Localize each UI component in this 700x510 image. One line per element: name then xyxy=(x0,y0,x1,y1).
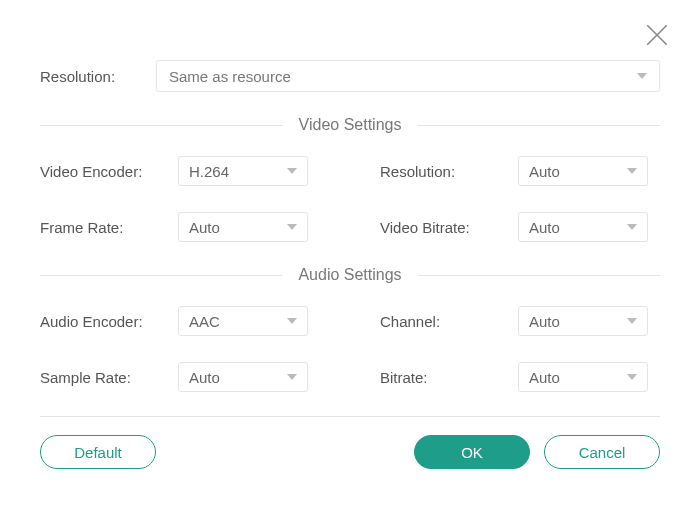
sample-rate-field: Sample Rate: Auto xyxy=(40,362,320,392)
chevron-down-icon xyxy=(627,168,637,174)
audio-bitrate-label: Bitrate: xyxy=(380,369,502,386)
video-section-title: Video Settings xyxy=(283,116,418,134)
video-encoder-label: Video Encoder: xyxy=(40,163,162,180)
chevron-down-icon xyxy=(287,224,297,230)
chevron-down-icon xyxy=(627,224,637,230)
video-resolution-field: Resolution: Auto xyxy=(380,156,660,186)
audio-encoder-select[interactable]: AAC xyxy=(178,306,308,336)
audio-bitrate-select[interactable]: Auto xyxy=(518,362,648,392)
cancel-button[interactable]: Cancel xyxy=(544,435,660,469)
audio-section-header: Audio Settings xyxy=(40,266,660,284)
channel-label: Channel: xyxy=(380,313,502,330)
top-resolution-label: Resolution: xyxy=(40,68,140,85)
sample-rate-value: Auto xyxy=(189,369,220,386)
top-resolution-select[interactable]: Same as resource xyxy=(156,60,660,92)
video-resolution-label: Resolution: xyxy=(380,163,502,180)
video-bitrate-field: Video Bitrate: Auto xyxy=(380,212,660,242)
chevron-down-icon xyxy=(287,374,297,380)
ok-button[interactable]: OK xyxy=(414,435,530,469)
frame-rate-label: Frame Rate: xyxy=(40,219,162,236)
sample-rate-label: Sample Rate: xyxy=(40,369,162,386)
video-bitrate-value: Auto xyxy=(529,219,560,236)
video-encoder-value: H.264 xyxy=(189,163,229,180)
frame-rate-field: Frame Rate: Auto xyxy=(40,212,320,242)
video-settings-grid: Video Encoder: H.264 Resolution: Auto Fr… xyxy=(40,156,660,242)
channel-value: Auto xyxy=(529,313,560,330)
audio-bitrate-field: Bitrate: Auto xyxy=(380,362,660,392)
chevron-down-icon xyxy=(627,374,637,380)
chevron-down-icon xyxy=(627,318,637,324)
divider-line xyxy=(417,125,660,126)
video-section-header: Video Settings xyxy=(40,116,660,134)
default-button[interactable]: Default xyxy=(40,435,156,469)
video-bitrate-select[interactable]: Auto xyxy=(518,212,648,242)
chevron-down-icon xyxy=(287,318,297,324)
top-resolution-value: Same as resource xyxy=(169,68,291,85)
audio-section-title: Audio Settings xyxy=(282,266,417,284)
video-resolution-value: Auto xyxy=(529,163,560,180)
video-resolution-select[interactable]: Auto xyxy=(518,156,648,186)
close-button[interactable] xyxy=(644,22,670,48)
audio-bitrate-value: Auto xyxy=(529,369,560,386)
settings-dialog: Resolution: Same as resource Video Setti… xyxy=(0,0,700,489)
audio-encoder-field: Audio Encoder: AAC xyxy=(40,306,320,336)
frame-rate-value: Auto xyxy=(189,219,220,236)
footer-divider xyxy=(40,416,660,417)
close-icon xyxy=(644,22,670,48)
frame-rate-select[interactable]: Auto xyxy=(178,212,308,242)
chevron-down-icon xyxy=(637,73,647,79)
divider-line xyxy=(418,275,660,276)
audio-encoder-value: AAC xyxy=(189,313,220,330)
channel-select[interactable]: Auto xyxy=(518,306,648,336)
audio-settings-grid: Audio Encoder: AAC Channel: Auto Sample … xyxy=(40,306,660,392)
video-encoder-field: Video Encoder: H.264 xyxy=(40,156,320,186)
divider-line xyxy=(40,125,283,126)
sample-rate-select[interactable]: Auto xyxy=(178,362,308,392)
chevron-down-icon xyxy=(287,168,297,174)
video-encoder-select[interactable]: H.264 xyxy=(178,156,308,186)
video-bitrate-label: Video Bitrate: xyxy=(380,219,502,236)
audio-encoder-label: Audio Encoder: xyxy=(40,313,162,330)
channel-field: Channel: Auto xyxy=(380,306,660,336)
dialog-footer: Default OK Cancel xyxy=(40,435,660,469)
divider-line xyxy=(40,275,282,276)
top-resolution-row: Resolution: Same as resource xyxy=(40,60,660,92)
